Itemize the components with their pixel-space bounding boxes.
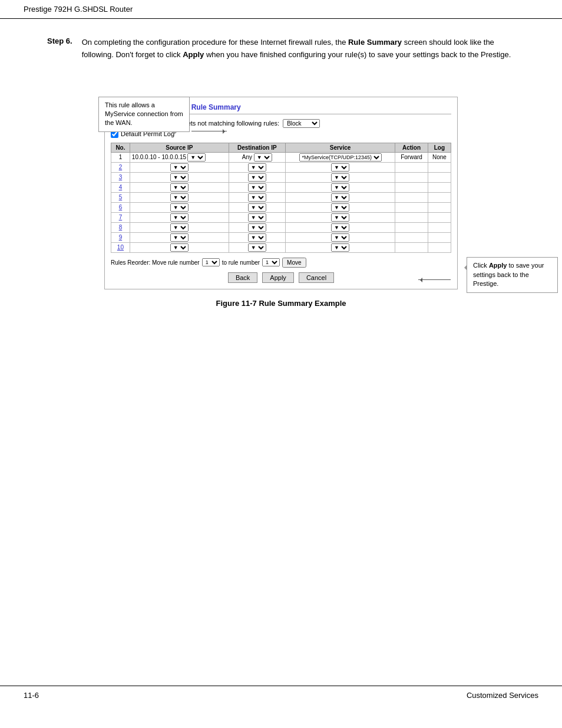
back-button[interactable]: Back (228, 272, 257, 283)
row5-log (428, 192, 451, 202)
row9-log (428, 232, 451, 242)
col-service: Service (285, 143, 395, 152)
screenshot-wrapper: This rule allows a MyService connection … (104, 97, 458, 308)
callout-bottom-text1: Click (473, 262, 489, 269)
row10-log (428, 242, 451, 252)
row4-dest-select[interactable]: ▼ (248, 183, 266, 192)
row10-service-select[interactable]: ▼ (331, 243, 349, 252)
row4-source: ▼ (130, 182, 229, 192)
table-row: 4 ▼ ▼ ▼ (111, 182, 451, 192)
col-dest-ip: Destination IP (229, 143, 285, 152)
row3-service: ▼ (285, 172, 395, 182)
col-source-ip: Source IP (130, 143, 229, 152)
row1-source-select[interactable]: ▼ (187, 153, 206, 162)
table-row: 5 ▼ ▼ ▼ (111, 192, 451, 202)
row4-source-select[interactable]: ▼ (170, 183, 189, 192)
row4-action (395, 182, 428, 192)
row7-service-select[interactable]: ▼ (331, 213, 349, 222)
row3-source-select[interactable]: ▼ (170, 173, 189, 182)
footer-left: 11-6 (24, 691, 39, 700)
header-title: Prestige 792H G.SHDSL Router (24, 5, 133, 14)
row2-dest-select[interactable]: ▼ (248, 163, 266, 172)
row4-dest: ▼ (229, 182, 285, 192)
row1-source: 10.0.0.10 - 10.0.0.15 ▼ (130, 152, 229, 162)
row4-link[interactable]: 4 (119, 184, 123, 190)
row1-dest: Any ▼ (229, 152, 285, 162)
row6-link[interactable]: 6 (119, 204, 123, 210)
row1-service: *MyService(TCP/UDP:12345) (285, 152, 395, 162)
row7-link[interactable]: 7 (119, 214, 123, 220)
row8-dest-select[interactable]: ▼ (248, 223, 266, 232)
row5-dest: ▼ (229, 192, 285, 202)
row10-source-select[interactable]: ▼ (170, 243, 189, 252)
row8-source: ▼ (130, 222, 229, 232)
row8-link[interactable]: 8 (119, 224, 123, 230)
callout-top: This rule allows a MyService connection … (98, 97, 190, 132)
row9-service-select[interactable]: ▼ (331, 233, 349, 242)
row2-link[interactable]: 2 (119, 164, 123, 170)
rules-table: No. Source IP Destination IP Service Act… (111, 143, 451, 253)
apply-button[interactable]: Apply (262, 272, 294, 283)
row3-service-select[interactable]: ▼ (331, 173, 349, 182)
row7-source-select[interactable]: ▼ (170, 213, 189, 222)
row4-service: ▼ (285, 182, 395, 192)
row8-no: 8 (111, 222, 130, 232)
reorder-to-select[interactable]: 123 (262, 258, 280, 266)
row6-dest-select[interactable]: ▼ (248, 203, 266, 212)
row9-dest-select[interactable]: ▼ (248, 233, 266, 242)
row8-service: ▼ (285, 222, 395, 232)
row1-service-select[interactable]: *MyService(TCP/UDP:12345) (299, 153, 382, 162)
row7-dest-select[interactable]: ▼ (248, 213, 266, 222)
row1-source-text: 10.0.0.10 - 10.0.0.15 (132, 154, 186, 160)
step-bold2: Apply (183, 50, 204, 59)
row1-action: Forward (395, 152, 428, 162)
default-action-select[interactable]: Block Forward (283, 119, 320, 128)
row7-source: ▼ (130, 212, 229, 222)
col-action: Action (395, 143, 428, 152)
table-row: 7 ▼ ▼ ▼ (111, 212, 451, 222)
row6-service-select[interactable]: ▼ (331, 203, 349, 212)
row6-service: ▼ (285, 202, 395, 212)
row6-no: 6 (111, 202, 130, 212)
row5-source-select[interactable]: ▼ (170, 193, 189, 202)
row8-source-select[interactable]: ▼ (170, 223, 189, 232)
row9-link[interactable]: 9 (119, 234, 123, 241)
main-content: Step 6. On completing the configuration … (0, 19, 562, 325)
row8-service-select[interactable]: ▼ (331, 223, 349, 232)
callout-bottom: Click Apply to save your settings back t… (467, 257, 558, 292)
arrow-bottom (418, 279, 451, 280)
row4-service-select[interactable]: ▼ (331, 183, 349, 192)
reorder-from-select[interactable]: 123 (202, 258, 220, 266)
row6-source-select[interactable]: ▼ (170, 203, 189, 212)
reorder-label: Rules Reorder: Move rule number (111, 259, 200, 266)
row5-service: ▼ (285, 192, 395, 202)
row6-action (395, 202, 428, 212)
row4-log (428, 182, 451, 192)
row2-service-select[interactable]: ▼ (331, 163, 349, 172)
row9-source-select[interactable]: ▼ (170, 233, 189, 242)
row10-link[interactable]: 10 (117, 244, 124, 251)
row3-dest-select[interactable]: ▼ (248, 173, 266, 182)
row4-no: 4 (111, 182, 130, 192)
col-log: Log (428, 143, 451, 152)
move-button[interactable]: Move (282, 258, 306, 268)
row5-service-select[interactable]: ▼ (331, 193, 349, 202)
step-intro: Step 6. On completing the configuration … (47, 37, 515, 61)
row3-link[interactable]: 3 (119, 174, 123, 180)
table-row: 8 ▼ ▼ ▼ (111, 222, 451, 232)
row3-dest: ▼ (229, 172, 285, 182)
row10-dest-select[interactable]: ▼ (248, 243, 266, 252)
row5-link[interactable]: 5 (119, 194, 123, 200)
table-row: 3 ▼ ▼ ▼ (111, 172, 451, 182)
row2-source-select[interactable]: ▼ (170, 163, 189, 172)
page-footer: 11-6 Customized Services (0, 686, 562, 704)
row5-dest-select[interactable]: ▼ (248, 193, 266, 202)
step-text-part1: On completing the configuration procedur… (82, 38, 348, 47)
row5-source: ▼ (130, 192, 229, 202)
step-text-part3: when you have finished configuring your … (204, 50, 511, 59)
row1-dest-select[interactable]: ▼ (254, 153, 272, 162)
action-buttons: Back Apply Cancel (111, 272, 451, 283)
cancel-button[interactable]: Cancel (299, 272, 334, 283)
row10-dest: ▼ (229, 242, 285, 252)
reorder-to-label: to rule number (222, 259, 260, 266)
